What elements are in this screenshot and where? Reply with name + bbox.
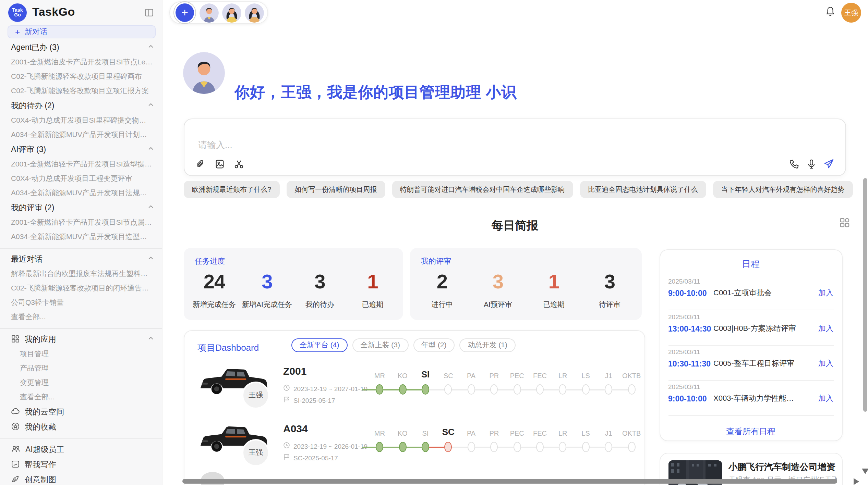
suggestion-chip[interactable]: 欧洲新规最近颁布了什么?: [184, 181, 279, 198]
tool-help-me-write[interactable]: 帮我写作: [0, 457, 162, 472]
my-apps-item[interactable]: 产品管理: [0, 361, 162, 375]
sidebar-task-item[interactable]: Z001-全新燃油皮卡产品开发项目SI节点Lesson Learn报告: [0, 55, 162, 69]
suggestion-chip[interactable]: 如何写一份清晰的项目周报: [286, 181, 385, 198]
milestone-connector: [383, 389, 399, 390]
horizontal-scrollbar[interactable]: [182, 479, 837, 484]
recent-chat-item[interactable]: C02-飞腾新能源轻客改款项目的闭环通告反馈情况: [0, 281, 162, 295]
briefing-layout-icon[interactable]: [839, 217, 850, 231]
join-link[interactable]: 加入: [818, 358, 833, 369]
schedule-separator: [668, 310, 833, 310]
stat-value: 2: [437, 271, 447, 292]
my-cloud-space[interactable]: 我的云空间: [0, 404, 162, 419]
schedule-item[interactable]: 2025/03/119:00-10:00C001-立项审批会加入: [668, 277, 833, 305]
my-favorites[interactable]: 我的收藏: [0, 419, 162, 434]
sidebar-task-item[interactable]: A034-全新新能源MUV产品开发项目法规符合性评审: [0, 186, 162, 200]
microphone-icon[interactable]: [806, 159, 817, 169]
agent-avatar-1[interactable]: [200, 3, 219, 22]
join-link[interactable]: 加入: [818, 393, 833, 403]
join-link[interactable]: 加入: [818, 288, 833, 298]
dashboard-tab[interactable]: 全新平台 (4): [291, 338, 348, 352]
news-title: 小鹏飞行汽车制造公司增资: [728, 461, 835, 473]
sidebar-collapse-icon[interactable]: [145, 8, 154, 20]
chevron-up-icon[interactable]: [147, 203, 154, 212]
milestone-connector: [590, 446, 605, 448]
agent-avatar-3[interactable]: [245, 3, 264, 22]
voice-call-icon[interactable]: [789, 159, 799, 169]
project-row[interactable]: 王强A0342023-12-19 ~ 2026-01-19SC-2025-05-…: [184, 417, 646, 473]
stat-value: 3: [314, 271, 325, 292]
sidebar-section-header[interactable]: 我的待办 (2): [0, 98, 162, 113]
vertical-scrollbar[interactable]: [863, 178, 867, 412]
sidebar-task-item[interactable]: Z001-全新燃油轻卡产品开发项目SI节点属性5D文件评审: [0, 215, 162, 229]
screenshot-icon[interactable]: [234, 159, 244, 169]
schedule-separator: [668, 345, 833, 346]
milestone-node: [582, 442, 590, 452]
user-avatar[interactable]: 王强: [841, 3, 861, 23]
join-link[interactable]: 加入: [818, 323, 833, 334]
milestone-node: [445, 384, 452, 395]
schedule-item[interactable]: 2025/03/119:00-10:00X003-车辆动力学性能验...加入: [668, 383, 833, 410]
send-icon[interactable]: [823, 158, 834, 169]
sidebar-task-item[interactable]: C02-飞腾新能源轻客改款项目立项汇报方案: [0, 84, 162, 98]
milestone-track: MRKOSISCPAPRPECFECLRLSJ1OKTB: [368, 371, 642, 409]
sidebar-task-item[interactable]: C0X4-动力总成开发项目工程变更评审: [0, 171, 162, 186]
my-apps-title: 我的应用: [11, 334, 147, 344]
schedule-item[interactable]: 2025/03/1110:30-11:30C005-整车工程目标评审加入: [668, 348, 833, 375]
chevron-up-icon[interactable]: [147, 335, 154, 343]
add-agent-button[interactable]: +: [176, 3, 194, 22]
stat-label: 新增AI完成任务: [242, 300, 292, 310]
sidebar-task-item[interactable]: Z001-全新燃油轻卡产品开发项目SI造型提交物评审: [0, 157, 162, 171]
sidebar-section-header[interactable]: Agent已办 (3): [0, 40, 162, 55]
chevron-up-icon[interactable]: [147, 101, 154, 110]
sidebar-task-item[interactable]: C0X4-动力总成开发项目SI里程碑提交物检查: [0, 113, 162, 127]
milestone-connector: [406, 389, 422, 390]
milestone-label: LR: [551, 371, 575, 382]
image-upload-icon[interactable]: [215, 159, 225, 169]
suggestion-chip[interactable]: 当下年轻人对汽车外观有怎样的喜好趋势: [713, 181, 853, 198]
recent-chat-item[interactable]: 解释最新出台的欧盟报废车法规再生塑料比例被调至15%...: [0, 266, 162, 281]
sidebar-section-header-recent[interactable]: 最近对话: [0, 251, 162, 266]
new-chat-button[interactable]: + 新对话: [8, 25, 156, 38]
project-owner-avatar: 王强: [242, 439, 269, 467]
chevron-up-icon[interactable]: [147, 145, 154, 153]
stat-label: 已逾期: [362, 300, 384, 310]
sidebar-task-item[interactable]: A034-全新新能源MUV产品开发项目计划变更表编写: [0, 127, 162, 142]
chat-composer[interactable]: 请输入...: [184, 119, 846, 176]
composer-right-icons: [789, 158, 834, 169]
agent-avatar-2[interactable]: [222, 3, 241, 22]
project-row[interactable]: 王强Z0012023-12-19 ~ 2027-01-19SI-2025-05-…: [184, 360, 646, 415]
sidebar-task-item[interactable]: C02-飞腾新能源轻客改款项目里程碑画布: [0, 69, 162, 84]
sidebar-section-header[interactable]: 我的评审 (2): [0, 200, 162, 215]
milestone-label: J1: [597, 428, 620, 439]
scroll-down-arrow[interactable]: [862, 469, 868, 474]
my-apps-item[interactable]: 查看全部...: [0, 390, 162, 404]
dashboard-tab[interactable]: 动总开发 (1): [460, 338, 516, 352]
project-date-range: 2023-12-19 ~ 2026-01-19: [283, 442, 367, 450]
view-all-schedule-link[interactable]: 查看所有日程: [660, 426, 842, 438]
stat-block: 24新增完成任务: [188, 271, 241, 310]
chevron-up-icon[interactable]: [147, 255, 154, 263]
scroll-right-arrow[interactable]: [854, 478, 859, 485]
milestone-label: PR: [482, 371, 506, 382]
my-apps-item[interactable]: 项目管理: [0, 347, 162, 361]
my-apps-item[interactable]: 变更管理: [0, 375, 162, 390]
dashboard-tab[interactable]: 全新上装 (3): [352, 338, 409, 352]
tool-creative-drawing-label: 创意制图: [25, 474, 154, 485]
sidebar-section-header[interactable]: AI评审 (3): [0, 142, 162, 157]
recent-view-all-link[interactable]: 查看全部...: [0, 310, 162, 324]
notification-bell-icon[interactable]: [825, 6, 835, 19]
attachment-icon[interactable]: [195, 159, 206, 169]
assistant-avatar: [183, 52, 225, 94]
my-apps-header[interactable]: 我的应用: [0, 332, 162, 347]
schedule-item[interactable]: 2025/03/1113:00-14:30C003|H0B-方案冻结评审加入: [668, 313, 833, 340]
suggestion-chip[interactable]: 特朗普可能对进口汽车增税会对中国车企造成哪些影响: [392, 181, 573, 198]
sidebar-task-item[interactable]: A034-全新新能源MUV产品开发项目造型可行性评审: [0, 229, 162, 244]
dashboard-tab[interactable]: 年型 (2): [413, 338, 455, 352]
milestone-connector: [612, 389, 628, 390]
chevron-up-icon[interactable]: [147, 43, 154, 51]
tool-ai-super-staff[interactable]: AI超级员工: [0, 442, 162, 457]
stat-block: 1已逾期: [346, 271, 399, 310]
recent-chat-item[interactable]: 公司Q3轻卡销量: [0, 295, 162, 310]
suggestion-chip[interactable]: 比亚迪全固态电池计划具体说了什么: [580, 181, 706, 198]
tool-creative-drawing[interactable]: 创意制图: [0, 472, 162, 485]
